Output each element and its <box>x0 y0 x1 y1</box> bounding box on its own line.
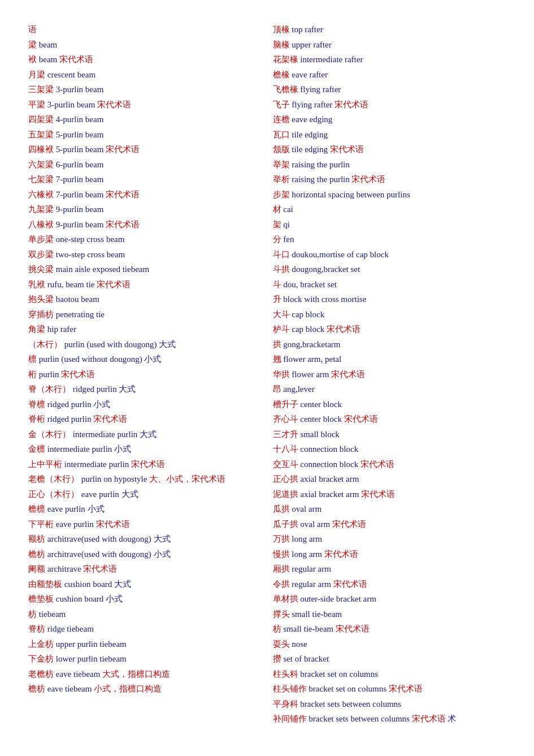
en-term: set of bracket <box>283 654 329 663</box>
zh-term: 平身科 <box>273 699 298 709</box>
list-item: 举析 raising the purlin 宋代术语 <box>273 172 506 187</box>
zh-term: 举析 <box>273 175 290 184</box>
list-item: 檐枋 eave tiebeam 小式，指檩口构造 <box>28 682 262 697</box>
list-item: 正心拱 axial bracket arm <box>273 472 506 487</box>
zh-term: 六椽袱 <box>28 190 54 199</box>
list-item: 单步梁 one-step cross beam <box>28 232 262 247</box>
song-tag: 宋代术语 <box>389 684 423 693</box>
zh-term: 檐檩 <box>28 504 45 513</box>
en-term: cap block <box>292 310 324 319</box>
list-item: 翘 flower arm, petal <box>273 352 506 367</box>
zh-term: 三架梁 <box>28 85 54 94</box>
zh-term: 耍头 <box>273 640 290 649</box>
zh-term: 单材拱 <box>273 594 298 603</box>
zh-term: 万拱 <box>273 534 290 543</box>
list-item: 齐心斗 center block 宋代术语 <box>273 412 506 427</box>
list-item: 六椽袱 7-purlin beam 宋代术语 <box>28 188 262 202</box>
list-item: 脊（木行） ridged purlin 大式 <box>28 382 262 397</box>
zh-term: 飞檐椽 <box>273 85 298 94</box>
zh-term: 脊檩 <box>28 400 45 409</box>
en-term: fen <box>283 235 294 244</box>
en-term: lower purlin tiebeam <box>56 654 127 663</box>
en-term: ridged purlin <box>47 414 92 424</box>
style-tag: 小式 <box>106 594 123 603</box>
list-item: 檩 purlin (used without dougong) 小式 <box>28 352 262 367</box>
zh-term: 十八斗 <box>273 444 298 453</box>
zh-term: 檐枋 <box>28 550 45 559</box>
zh-term: 泥道拱 <box>273 490 298 499</box>
zh-term: 双步梁 <box>28 250 54 259</box>
tag: 小式，指檩口构造 <box>94 684 162 693</box>
list-item: 厢拱 regular arm <box>273 562 506 577</box>
zh-term: 正心拱 <box>273 474 298 483</box>
en-term: 5-purlin beam <box>56 130 104 139</box>
en-term: rufu, beam tie <box>47 280 95 289</box>
list-item: 撑头 small tie-beam <box>273 607 506 622</box>
song-tag: 宋代术语 <box>344 414 378 424</box>
zh-term: 昂 <box>273 385 281 394</box>
list-item: 枋 tiebeam <box>28 607 262 622</box>
song-tag: 宋代术语 <box>97 100 131 109</box>
list-item: 慢拱 long arm 宋代术语 <box>273 547 506 562</box>
en-term: one-step cross beam <box>56 235 125 244</box>
zh-term: 脑椽 <box>273 40 290 49</box>
list-item: 飞檐椽 flying rafter <box>273 83 506 97</box>
list-item: 分 fen <box>273 232 506 247</box>
list-item: 桁 purlin 宋代术语 <box>28 368 262 382</box>
list-item: 金（木行） intermediate purlin 大式 <box>28 427 262 442</box>
zh-term: 上中平桁 <box>28 460 62 469</box>
list-item: 十八斗 connection block <box>273 442 506 457</box>
zh-term: 六架梁 <box>28 160 54 169</box>
list-item: 架 qi <box>273 218 506 232</box>
song-tag: 宋代术语 <box>412 714 446 723</box>
zh-term: 穿插枋 <box>28 310 54 319</box>
song-tag: 宋代术语 <box>351 175 385 184</box>
zh-term: 檩 <box>28 355 37 364</box>
list-item: 脊檩 ridged purlin 小式 <box>28 398 262 412</box>
song-tag: 宋代术语 <box>93 414 127 424</box>
list-item: 老檐枋 eave tiebeam 大式，指檩口构造 <box>28 667 262 682</box>
zh-term: 架 <box>273 220 281 229</box>
en-term: eave purlin <box>56 520 94 529</box>
list-item: 五架梁 5-purlin beam <box>28 128 262 142</box>
list-item: 槽升子 center block <box>273 398 506 412</box>
en-term: flying rafter <box>300 85 341 94</box>
style-tag: 大式 <box>121 490 138 499</box>
page-container: 语梁 beam袱 beam 宋代术语月梁 crescent beam三架梁 3-… <box>28 23 506 727</box>
en-term: intermediate purlin <box>73 430 138 439</box>
song-tag: 宋代术语 <box>106 145 140 154</box>
list-item: 平梁 3-purlin beam 宋代术语 <box>28 98 262 113</box>
list-item: 三才升 small block <box>273 427 506 442</box>
partial-indicator: 术 <box>448 714 456 723</box>
list-item: 交互斗 connection block 宋代术语 <box>273 457 506 472</box>
zh-term: 步架 <box>273 190 290 199</box>
en-term: ridge tiebeam <box>47 624 94 633</box>
zh-term: 八椽袱 <box>28 220 54 229</box>
zh-term: 枋 <box>273 624 281 633</box>
zh-term: 金檩 <box>28 444 45 453</box>
style-tag: 小式 <box>93 400 110 409</box>
en-term: purlin <box>39 370 59 379</box>
song-tag: 宋代术语 <box>336 624 370 633</box>
list-item: 拱 gong,bracketarm <box>273 338 506 352</box>
song-tag: 宋代术语 <box>333 580 367 589</box>
en-term: flower arm, petal <box>283 355 341 364</box>
en-term: raising the purlin <box>292 160 349 169</box>
song-tag: 宋代术语 <box>59 55 93 64</box>
song-tag: 宋代术语 <box>330 145 364 154</box>
zh-term: 脊（木行） <box>28 385 71 394</box>
en-term: 7-purlin beam <box>56 175 104 184</box>
list-item: 大斗 cap block <box>273 308 506 322</box>
zh-term: 乳袱 <box>28 280 45 289</box>
list-item: 补间铺作 bracket sets between columns 宋代术语 术 <box>273 712 506 727</box>
en-term: center block <box>300 400 342 409</box>
list-item: 枋 small tie-beam 宋代术语 <box>273 622 506 637</box>
zh-term: 斗口 <box>273 250 290 259</box>
zh-term: 上金枋 <box>28 640 54 649</box>
zh-term: 单步梁 <box>28 235 54 244</box>
zh-term: 七架梁 <box>28 175 54 184</box>
en-term: 3-purlin beam <box>56 85 104 94</box>
list-item: 金檩 intermediate purlin 小式 <box>28 442 262 457</box>
style-tag: 大式 <box>154 534 171 543</box>
song-tag: 宋代术语 <box>131 460 165 469</box>
